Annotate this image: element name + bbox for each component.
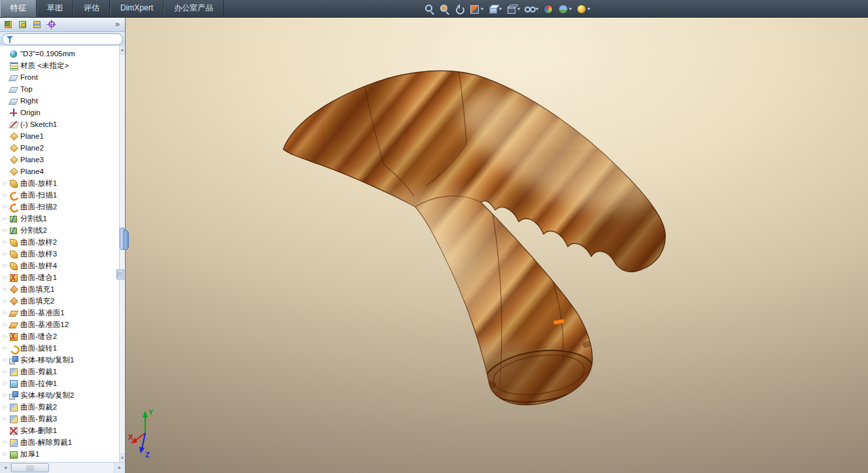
tree-item[interactable]: ▷曲面-缝合1 xyxy=(0,272,119,283)
tree-item[interactable]: Plane4 xyxy=(0,166,119,177)
scroll-down-arrow-icon[interactable]: ▾ xyxy=(120,453,125,462)
filter-box[interactable] xyxy=(2,33,123,45)
tree-item[interactable]: ▷实体-移动/复制1 xyxy=(0,354,119,366)
filter-input[interactable] xyxy=(14,35,118,44)
dropdown-arrow-icon[interactable]: ▾ xyxy=(517,6,520,12)
tree-horizontal-scrollbar[interactable]: ◂ ▸ xyxy=(0,462,125,473)
dropdown-arrow-icon[interactable]: ▾ xyxy=(536,6,538,12)
tree-item-label: 实体-移动/复制1 xyxy=(20,355,74,365)
dropdown-arrow-icon[interactable]: ▾ xyxy=(499,6,502,12)
expand-arrow-icon[interactable]: ▷ xyxy=(2,440,9,445)
expand-arrow-icon[interactable]: ▷ xyxy=(2,228,9,233)
expand-arrow-icon[interactable]: ▷ xyxy=(2,381,9,386)
tree-item[interactable]: ▷曲面-扫描2 xyxy=(0,201,119,213)
expand-arrow-icon[interactable]: ▷ xyxy=(2,404,9,410)
expand-arrow-icon[interactable]: ▷ xyxy=(2,345,9,351)
edit-appearance-button[interactable] xyxy=(542,1,553,16)
tree-item[interactable]: ▷曲面-放样3 xyxy=(0,248,119,260)
tree-item[interactable]: Top xyxy=(0,83,119,95)
tree-item[interactable]: ▷曲面-放样1 xyxy=(0,177,119,189)
scroll-right-arrow-icon[interactable]: ▸ xyxy=(114,463,125,473)
tree-item[interactable]: ▷曲面-拉伸1 xyxy=(0,377,119,389)
dropdown-arrow-icon[interactable]: ▾ xyxy=(587,6,590,12)
ref-plane-icon xyxy=(9,73,18,82)
expand-arrow-icon[interactable]: ▷ xyxy=(2,298,9,304)
tree-vertical-scrollbar[interactable]: ▴ ▾ xyxy=(119,46,125,462)
expand-arrow-icon[interactable]: ▷ xyxy=(2,239,9,245)
expand-arrow-icon[interactable]: ▷ xyxy=(2,204,9,209)
expand-arrow-icon[interactable]: ▷ xyxy=(2,216,9,221)
zoom-area-button[interactable] xyxy=(439,1,450,16)
expand-arrow-icon[interactable]: ▷ xyxy=(2,287,9,292)
scroll-up-arrow-icon[interactable]: ▴ xyxy=(120,46,125,54)
display-style-button[interactable]: ▾ xyxy=(506,1,520,16)
apply-scene-button[interactable]: ▾ xyxy=(557,1,572,16)
property-manager-tab[interactable] xyxy=(18,20,27,29)
menu-tab-4[interactable]: 办公室产品 xyxy=(164,0,224,17)
section-view-button[interactable]: ▾ xyxy=(469,1,483,16)
feature-manager-design-tree-tab[interactable] xyxy=(3,20,13,29)
tree-item[interactable]: ▷曲面-基准面1 xyxy=(0,307,119,319)
tree-item[interactable]: Origin xyxy=(0,107,119,118)
horizontal-scrollbar-thumb[interactable] xyxy=(11,463,49,472)
expand-arrow-icon[interactable]: ▷ xyxy=(2,322,9,327)
model-canvas[interactable]: Y X Z xyxy=(126,17,868,473)
menu-tab-2[interactable]: 评估 xyxy=(73,0,110,17)
viewport-3d[interactable]: Y X Z xyxy=(125,17,868,473)
view-settings-button[interactable]: ▾ xyxy=(576,1,590,16)
previous-view-button[interactable] xyxy=(454,1,465,16)
tree-item[interactable]: ▷曲面-剪裁3 xyxy=(0,413,119,425)
scroll-left-arrow-icon[interactable]: ◂ xyxy=(0,463,11,473)
configuration-manager-tab[interactable] xyxy=(32,20,42,29)
dropdown-arrow-icon[interactable]: ▾ xyxy=(481,6,483,12)
tree-item[interactable]: ▷曲面-剪裁1 xyxy=(0,366,119,377)
tree-item[interactable]: Front xyxy=(0,71,119,83)
hide-show-button[interactable]: ▾ xyxy=(524,1,538,16)
tree-item[interactable]: ▷曲面-缝合2 xyxy=(0,330,119,342)
tree-item[interactable]: ▷曲面-剪裁2 xyxy=(0,401,119,413)
expand-arrow-icon[interactable]: ▷ xyxy=(2,357,9,362)
zoom-fit-button[interactable] xyxy=(424,1,435,16)
pane-splitter-handle[interactable] xyxy=(116,270,124,279)
panel-collapse-handle[interactable] xyxy=(124,230,129,250)
tree-item[interactable]: ▷曲面填充2 xyxy=(0,295,119,307)
expand-arrow-icon[interactable]: ▷ xyxy=(2,192,9,198)
tree-item[interactable]: Right xyxy=(0,95,119,107)
tree-item[interactable]: ▷曲面-基准面12 xyxy=(0,319,119,330)
expand-arrow-icon[interactable]: ▷ xyxy=(2,310,9,315)
model-grip[interactable] xyxy=(283,67,707,445)
tree-item[interactable]: ▷曲面-旋转1 xyxy=(0,342,119,354)
panel-more-button[interactable]: » xyxy=(113,18,122,31)
tree-item[interactable]: ▷加厚1 xyxy=(0,448,119,460)
tree-item[interactable]: ▷曲面-扫描1 xyxy=(0,189,119,201)
menu-tab-3[interactable]: DimXpert xyxy=(110,0,164,17)
tree-item[interactable]: "D3"=0.1905mm xyxy=(0,48,119,60)
tree-item[interactable]: (-) Sketch1 xyxy=(0,118,119,130)
tree-item[interactable]: 材质 <未指定> xyxy=(0,60,119,71)
expand-arrow-icon[interactable]: ▷ xyxy=(2,393,9,398)
menu-tab-1[interactable]: 草图 xyxy=(37,0,73,17)
tree-item[interactable]: ▷曲面填充1 xyxy=(0,283,119,295)
tree-item[interactable]: ▷分割线1 xyxy=(0,213,119,224)
tree-item[interactable]: ▷分割线2 xyxy=(0,224,119,236)
tree-item[interactable]: Plane3 xyxy=(0,154,119,166)
tree-item[interactable]: Plane1 xyxy=(0,130,119,142)
view-orientation-button[interactable]: ▾ xyxy=(487,1,502,16)
expand-arrow-icon[interactable]: ▷ xyxy=(2,416,9,421)
expand-arrow-icon[interactable]: ▷ xyxy=(2,181,9,186)
tree-item[interactable]: ▷实体-移动/复制2 xyxy=(0,389,119,401)
tree-item[interactable]: ▷曲面-放样4 xyxy=(0,260,119,272)
dropdown-arrow-icon[interactable]: ▾ xyxy=(569,6,572,12)
expand-arrow-icon[interactable]: ▷ xyxy=(2,263,9,268)
menu-tab-0[interactable]: 特征 xyxy=(0,0,37,17)
expand-arrow-icon[interactable]: ▷ xyxy=(2,369,9,374)
expand-arrow-icon[interactable]: ▷ xyxy=(2,451,9,457)
tree-item[interactable]: 实体-删除1 xyxy=(0,425,119,436)
expand-arrow-icon[interactable]: ▷ xyxy=(2,275,9,280)
dimxpert-manager-tab[interactable] xyxy=(46,20,56,29)
tree-item[interactable]: ▷曲面-解除剪裁1 xyxy=(0,436,119,448)
expand-arrow-icon[interactable]: ▷ xyxy=(2,334,9,339)
expand-arrow-icon[interactable]: ▷ xyxy=(2,251,9,256)
tree-item[interactable]: ▷曲面-放样2 xyxy=(0,236,119,248)
tree-item[interactable]: Plane2 xyxy=(0,142,119,154)
